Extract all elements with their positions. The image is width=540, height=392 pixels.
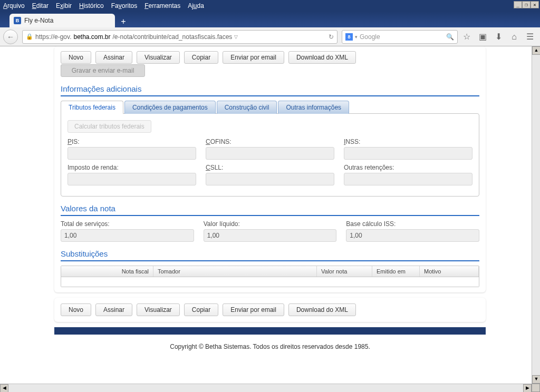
url-bar[interactable]: 🔒 https://e-gov.betha.com.br/e-nota/cont… (22, 30, 338, 44)
scroll-right-arrow[interactable]: ▶ (523, 384, 532, 392)
ir-field[interactable] (68, 173, 196, 185)
section-valores-nota: Valores da nota (61, 202, 479, 216)
menu-historico[interactable]: Histórico (79, 2, 104, 9)
google-icon: 8 (345, 33, 353, 41)
top-toolbar-panel: Novo Assinar Visualizar Copiar Enviar po… (54, 46, 486, 292)
menu-exibir[interactable]: Exibir (56, 2, 72, 9)
novo-button[interactable]: Novo (61, 51, 91, 64)
tab-outras-informacoes[interactable]: Outras informações (278, 101, 349, 114)
browser-menubar: Arquivo Editar Exibir Histórico Favorito… (0, 0, 540, 12)
assinar-button[interactable]: Assinar (95, 51, 132, 64)
back-button[interactable]: ← (3, 30, 18, 44)
total-servicos-label: Total de serviços: (61, 220, 194, 228)
enviar-email-button-2[interactable]: Enviar por email (223, 303, 284, 316)
visualizar-button[interactable]: Visualizar (137, 51, 180, 64)
url-prefix: https://e-gov. (35, 33, 71, 41)
calcular-tributos-button[interactable]: Calcular tributos federais (68, 120, 151, 133)
th-valor-nota[interactable]: Valor nota (317, 266, 372, 277)
tab-title: Fly e-Nota (24, 17, 53, 24)
outras-retencoes-field[interactable] (344, 173, 472, 185)
new-tab-button[interactable]: + (116, 16, 131, 27)
toolbar-row-1: Novo Assinar Visualizar Copiar Enviar po… (61, 51, 479, 64)
url-domain: betha.com.br (73, 33, 110, 41)
search-placeholder: Google (360, 33, 380, 41)
footer-accent-bar (54, 327, 486, 335)
tab-tributos-federais[interactable]: Tributos federais (61, 101, 123, 114)
novo-button-2[interactable]: Novo (61, 303, 91, 316)
menu-ferramentas[interactable]: Ferramentas (144, 2, 180, 9)
cofins-label: COFINS: (206, 138, 334, 145)
th-emitido-em[interactable]: Emitido em (372, 266, 420, 277)
library-icon[interactable]: ▣ (476, 30, 489, 44)
browser-tabbar: B Fly e-Nota + (0, 12, 540, 27)
scroll-track-h[interactable] (8, 384, 523, 392)
horizontal-scrollbar[interactable]: ◀ ▶ (0, 384, 532, 392)
home-icon[interactable]: ⌂ (507, 30, 521, 44)
search-icon[interactable]: 🔍 (446, 33, 454, 41)
menu-ajuda[interactable]: Ajuda (188, 2, 204, 9)
search-bar[interactable]: 8 ▾ Google 🔍 (342, 30, 458, 44)
info-tabs: Tributos federais Condições de pagamento… (61, 101, 479, 114)
pis-label: PIS: (68, 138, 196, 145)
scroll-left-arrow[interactable]: ◀ (0, 384, 8, 392)
base-calculo-field[interactable] (346, 229, 479, 242)
table-body-empty (61, 277, 479, 287)
scroll-corner (532, 384, 540, 392)
tab-pane-tributos: Calcular tributos federais PIS: COFINS: … (61, 113, 479, 197)
outras-retencoes-label: Outras retenções: (344, 164, 472, 171)
th-tomador[interactable]: Tomador (153, 266, 317, 277)
browser-tab-active[interactable]: B Fly e-Nota (9, 14, 115, 27)
scroll-down-arrow[interactable]: ▼ (532, 375, 540, 384)
bookmark-star-icon[interactable]: ☆ (460, 30, 474, 44)
ir-label: Imposto de renda: (68, 164, 196, 171)
csll-label: CSLL: (206, 164, 334, 171)
valor-liquido-field[interactable] (204, 229, 337, 242)
valor-liquido-label: Valor líquido: (204, 220, 337, 228)
downloads-icon[interactable]: ⬇ (491, 30, 505, 44)
th-motivo[interactable]: Motivo (420, 266, 479, 277)
browser-navbar: ← 🔒 https://e-gov.betha.com.br/e-nota/co… (0, 27, 540, 46)
total-servicos-field[interactable] (61, 229, 194, 242)
vertical-scrollbar[interactable]: ▲ ▼ (532, 46, 540, 384)
hamburger-menu-icon[interactable]: ☰ (523, 30, 537, 44)
th-nota-fiscal[interactable]: Nota fiscal (61, 266, 153, 277)
search-engine-dropdown-icon[interactable]: ▾ (355, 34, 358, 40)
substituicoes-table: Nota fiscal Tomador Valor nota Emitido e… (61, 266, 479, 287)
download-xml-button[interactable]: Download do XML (288, 51, 356, 64)
inss-field[interactable] (344, 147, 472, 160)
pis-field[interactable] (68, 147, 196, 160)
close-button[interactable]: ✕ (531, 1, 539, 8)
copiar-button[interactable]: Copiar (184, 51, 218, 64)
table-header: Nota fiscal Tomador Valor nota Emitido e… (61, 266, 479, 277)
tab-condicoes-pagamentos[interactable]: Condições de pagamentos (124, 101, 216, 114)
gravar-enviar-button-disabled: Gravar e enviar e-mail (61, 64, 145, 77)
toolbar-row-2: Novo Assinar Visualizar Copiar Enviar po… (61, 303, 479, 316)
menu-favoritos[interactable]: Favoritos (111, 2, 137, 9)
download-xml-button-2[interactable]: Download do XML (288, 303, 356, 316)
scroll-up-arrow[interactable]: ▲ (532, 46, 540, 55)
scroll-track-v[interactable] (532, 55, 540, 375)
assinar-button-2[interactable]: Assinar (95, 303, 132, 316)
inss-label: INSS: (344, 138, 472, 145)
tab-construcao-civil[interactable]: Construção civil (217, 101, 277, 114)
section-info-adicionais: Informações adicionais (61, 82, 479, 96)
copiar-button-2[interactable]: Copiar (184, 303, 218, 316)
window-controls: _ ❐ ✕ (514, 1, 539, 8)
lock-icon: 🔒 (26, 33, 33, 40)
copyright-text: Copyright © Betha Sistemas. Todos os dir… (54, 335, 486, 359)
menu-arquivo[interactable]: Arquivo (3, 2, 25, 9)
page-viewport: Novo Assinar Visualizar Copiar Enviar po… (0, 46, 540, 383)
section-substituicoes: Substituições (61, 247, 479, 261)
enviar-email-button[interactable]: Enviar por email (223, 51, 284, 64)
restore-button[interactable]: ❐ (522, 1, 531, 8)
cofins-field[interactable] (206, 147, 334, 160)
minimize-button[interactable]: _ (514, 1, 522, 8)
menu-editar[interactable]: Editar (32, 2, 49, 9)
site-icon: B (14, 17, 21, 24)
reload-icon[interactable]: ↻ (329, 33, 334, 41)
csll-field[interactable] (206, 173, 334, 185)
bottom-toolbar-panel: Novo Assinar Visualizar Copiar Enviar po… (54, 298, 486, 322)
url-dropdown-icon[interactable]: ▽ (234, 34, 238, 40)
url-path: /e-nota/contribuinte/cad_notasfiscais.fa… (113, 33, 233, 41)
visualizar-button-2[interactable]: Visualizar (137, 303, 180, 316)
